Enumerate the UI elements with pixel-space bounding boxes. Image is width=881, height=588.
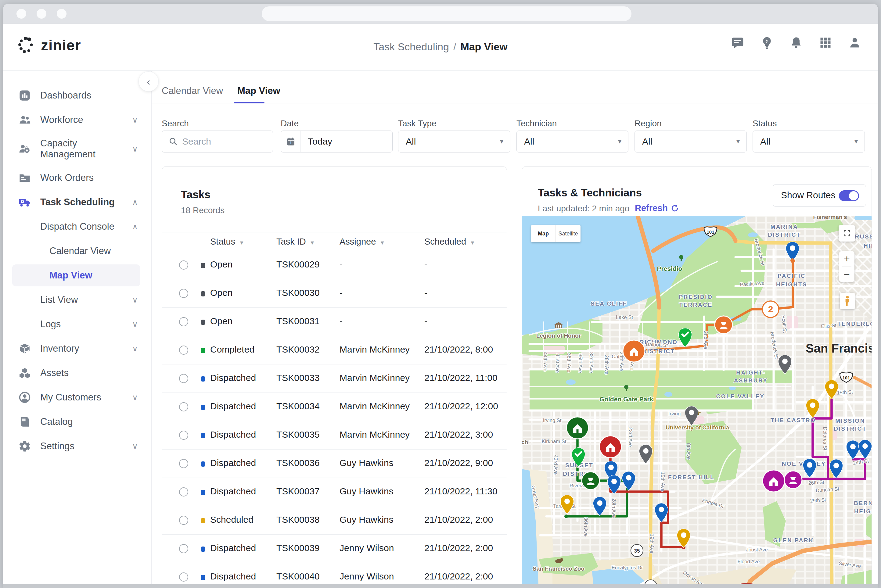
horizontal-scrollbar[interactable] (3, 584, 878, 588)
table-row[interactable]: DispatchedTSK00037Guy Hawkins21/10/2022,… (162, 478, 507, 506)
sort-caret-icon[interactable]: ▼ (466, 240, 475, 246)
table-row[interactable]: OpenTSK00029-- (162, 251, 507, 279)
tab-map-view[interactable]: Map View (237, 86, 280, 96)
sidebar-item-capacity-management[interactable]: Capacity Management∨ (3, 134, 151, 164)
region-dropdown[interactable]: All▾ (635, 130, 747, 153)
technician-dropdown[interactable]: All▾ (516, 130, 629, 153)
col-assignee[interactable]: Assignee▼ (339, 237, 385, 247)
dashboard-icon (18, 89, 31, 102)
col-task-id[interactable]: Task ID▼ (276, 237, 315, 247)
task-type-dropdown[interactable]: All▾ (398, 130, 510, 153)
status-label: Status (753, 118, 777, 128)
row-radio[interactable] (179, 516, 188, 525)
row-radio[interactable] (179, 573, 188, 582)
row-radio[interactable] (179, 317, 188, 326)
col-status[interactable]: Status▼ (210, 237, 245, 247)
status-dot (201, 348, 205, 353)
sidebar-collapse-button[interactable]: ‹ (138, 71, 159, 92)
row-radio[interactable] (179, 261, 188, 270)
home-marker[interactable] (762, 470, 785, 492)
map-canvas[interactable]: MARINADISTRICTPACIFICHEIGHTSPRESIDIOTERR… (522, 216, 872, 588)
home-marker[interactable] (623, 340, 645, 362)
table-row[interactable]: OpenTSK00030-- (162, 279, 507, 308)
show-routes-toggle[interactable] (839, 190, 859, 201)
sidebar-item-settings[interactable]: Settings∨ (3, 436, 151, 456)
scheduled-cell: 21/10/2022, 2:00 (424, 543, 493, 553)
map-type-map-button[interactable]: Map (531, 225, 556, 242)
table-row[interactable]: DispatchedTSK00033Marvin McKinney21/10/2… (162, 364, 507, 393)
sidebar-item-my-customers[interactable]: My Customers∨ (3, 387, 151, 408)
row-radio[interactable] (179, 289, 188, 298)
folder-icon (18, 171, 31, 184)
tasks-record-count: 18 Records (181, 206, 225, 215)
home-marker[interactable] (599, 436, 621, 458)
table-row[interactable]: DispatchedTSK00036Guy Hawkins21/10/2022,… (162, 450, 507, 478)
breadcrumb-parent[interactable]: Task Scheduling (374, 41, 449, 52)
map[interactable]: Map Satellite + − (522, 216, 872, 588)
sidebar-item-logs[interactable]: Logs∨ (3, 314, 151, 334)
row-radio[interactable] (179, 402, 188, 411)
row-radio[interactable] (179, 430, 188, 440)
search-input[interactable]: Search (162, 130, 273, 153)
chevron-down-icon: ∨ (132, 144, 138, 154)
sidebar-item-catalog[interactable]: Catalog (3, 412, 151, 432)
table-row[interactable]: ScheduledTSK00038Guy Hawkins21/10/2022, … (162, 506, 507, 535)
sidebar-item-inventory[interactable]: Inventory∨ (3, 339, 151, 358)
sort-caret-icon[interactable]: ▼ (376, 240, 385, 246)
sidebar-item-map-view[interactable]: Map View (3, 266, 151, 285)
sidebar-item-work-orders[interactable]: Work Orders (3, 168, 151, 188)
apps-grid-icon[interactable] (819, 36, 832, 50)
map-panel: Tasks & Technicians Last updated: 2 min … (522, 166, 872, 588)
technician-marker[interactable] (784, 471, 802, 489)
scheduled-cell: 21/10/2022, 3:00 (424, 429, 493, 440)
refresh-link[interactable]: Refresh (635, 203, 679, 213)
dropdown-caret-icon: ▾ (736, 138, 740, 146)
assignee-cell: - (339, 288, 342, 298)
status-dropdown[interactable]: All▾ (753, 130, 865, 153)
sidebar-item-calendar-view[interactable]: Calendar View (3, 241, 151, 261)
zoom-out-button[interactable]: − (844, 267, 850, 282)
sort-caret-icon[interactable]: ▼ (306, 240, 315, 246)
pegman-button[interactable] (840, 293, 855, 309)
sidebar-item-assets[interactable]: Assets (3, 363, 151, 383)
row-radio[interactable] (179, 544, 188, 553)
technician-marker[interactable] (582, 472, 599, 489)
sidebar-item-list-view[interactable]: List View∨ (3, 290, 151, 310)
table-row[interactable]: OpenTSK00031-- (162, 308, 507, 336)
row-radio[interactable] (179, 345, 188, 355)
col-scheduled[interactable]: Scheduled▼ (424, 237, 475, 247)
sidebar-item-workforce[interactable]: Workforce∨ (3, 110, 151, 130)
row-radio[interactable] (179, 459, 188, 468)
row-radio[interactable] (179, 374, 188, 383)
row-radio[interactable] (179, 488, 188, 496)
map-label: ASHBURY (734, 377, 768, 384)
show-routes-control[interactable]: Show Routes (773, 184, 866, 207)
sidebar-item-dashboards[interactable]: Dashboards (3, 86, 151, 105)
profile-icon[interactable] (848, 36, 861, 50)
table-row[interactable]: DispatchedTSK00039Jenny Wilson21/10/2022… (162, 535, 507, 563)
traffic-light-minimize[interactable] (37, 9, 47, 19)
table-row[interactable]: DispatchedTSK00035Marvin McKinney21/10/2… (162, 421, 507, 450)
fullscreen-button[interactable] (839, 225, 855, 242)
notifications-bell-icon[interactable] (789, 36, 803, 50)
fullscreen-icon (843, 230, 851, 237)
technician-marker[interactable] (715, 316, 732, 334)
traffic-light-close[interactable] (17, 9, 26, 19)
table-row[interactable]: DispatchedTSK00034Marvin McKinney21/10/2… (162, 393, 507, 421)
traffic-light-zoom[interactable] (57, 9, 66, 19)
zoom-in-button[interactable]: + (844, 251, 850, 267)
insights-bulb-icon[interactable] (760, 36, 774, 50)
cluster-badge[interactable]: 2 (762, 301, 779, 318)
home-marker[interactable] (566, 417, 588, 439)
sidebar-item-dispatch-console[interactable]: Dispatch Console∧ (3, 216, 151, 237)
map-type-satellite-button[interactable]: Satellite (556, 225, 581, 242)
tab-calendar-view[interactable]: Calendar View (162, 86, 223, 96)
address-bar[interactable] (262, 6, 632, 21)
table-row[interactable]: CompletedTSK00032Marvin McKinney21/10/20… (162, 336, 507, 364)
date-filter[interactable]: 1 Today (281, 130, 393, 153)
sidebar-item-task-scheduling[interactable]: Task Scheduling∧ (3, 192, 151, 212)
sidebar-item-label: Dispatch Console (40, 221, 130, 232)
sort-caret-icon[interactable]: ▼ (235, 240, 245, 246)
chat-icon[interactable] (731, 36, 744, 50)
route-endpoint-dot (790, 258, 795, 262)
